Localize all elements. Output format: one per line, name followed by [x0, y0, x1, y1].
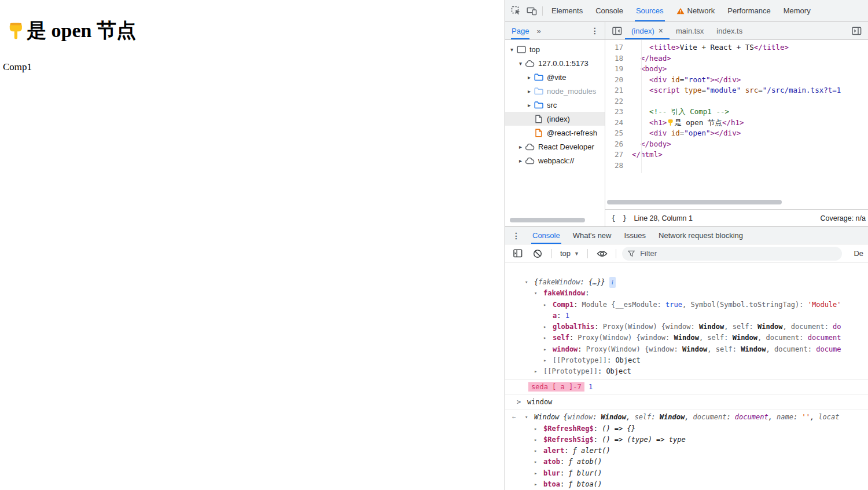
log-levels-select[interactable]: De — [854, 249, 863, 258]
code-line-content[interactable]: <div id="open"></div> — [632, 128, 868, 139]
console-sidebar-icon[interactable] — [510, 246, 526, 261]
tree-item-react-refresh[interactable]: @react-refresh — [505, 126, 605, 140]
caret-right-icon[interactable]: ▸ — [534, 366, 537, 377]
navigator-menu-icon[interactable]: ⋮ — [591, 26, 599, 35]
open-file-icon[interactable] — [848, 23, 865, 38]
code-token: "open" — [684, 129, 710, 137]
devtools-tab-memory[interactable]: Memory — [777, 0, 817, 21]
navigator-horizontal-scrollbar[interactable] — [510, 218, 585, 222]
caret-right-icon[interactable]: ▸ — [534, 445, 537, 456]
tree-item-index[interactable]: (index) — [505, 112, 605, 126]
code-line-content[interactable]: </html> — [632, 149, 868, 160]
caret-right-icon[interactable]: ▸ — [534, 423, 537, 434]
caret-right-icon[interactable]: ▸ — [543, 344, 546, 355]
more-tabs-icon[interactable]: » — [536, 27, 539, 35]
code-line-content[interactable] — [632, 96, 868, 107]
drawer-tab-issues[interactable]: Issues — [618, 227, 653, 244]
caret-right-icon[interactable]: ▸ — [534, 434, 537, 445]
caret-right-icon[interactable]: ▸ — [543, 332, 546, 343]
line-number[interactable]: 24 — [605, 118, 632, 129]
line-number[interactable]: 19 — [605, 64, 632, 75]
line-number[interactable]: 26 — [605, 139, 632, 150]
editor-horizontal-scrollbar[interactable] — [607, 200, 782, 204]
divider — [542, 6, 543, 16]
caret-down-icon[interactable]: ▾ — [517, 60, 524, 67]
caret-right-icon[interactable]: ▸ — [525, 88, 533, 94]
console-row: a: 1 — [505, 310, 868, 321]
tree-item-127-0-0-1-5173[interactable]: ▾127.0.0.1:5173 — [505, 56, 605, 70]
inspect-element-icon[interactable] — [507, 3, 524, 19]
drawer-tab-network-request-blocking[interactable]: Network request blocking — [652, 227, 749, 244]
code-line-content[interactable] — [632, 160, 868, 171]
line-number[interactable]: 27 — [605, 149, 632, 160]
devtools-tab-elements[interactable]: Elements — [545, 0, 589, 21]
devtools-tab-console[interactable]: Console — [589, 0, 630, 21]
code-line-content[interactable]: <h1>是 open 节点</h1> — [632, 118, 868, 129]
line-number[interactable]: 20 — [605, 75, 632, 86]
tree-item-webpack[interactable]: ▸webpack:// — [505, 153, 605, 167]
code-line-content[interactable]: <div id="root"></div> — [632, 75, 868, 86]
caret-right-icon[interactable]: ▸ — [534, 456, 537, 467]
line-number[interactable]: 21 — [605, 85, 632, 96]
code-line-content[interactable]: </head> — [632, 53, 868, 64]
console-filter[interactable] — [622, 247, 842, 261]
tree-item-node-modules[interactable]: ▸node_modules — [505, 84, 605, 98]
caret-right-icon[interactable]: ▸ — [517, 158, 524, 164]
line-number[interactable]: 25 — [605, 128, 632, 139]
pretty-print-icon[interactable]: { } — [611, 214, 628, 222]
line-number[interactable]: 22 — [605, 96, 632, 107]
tree-item-react-developer[interactable]: ▸React Developer — [505, 140, 605, 153]
drawer-tab-console[interactable]: Console — [526, 227, 567, 244]
line-number[interactable]: 18 — [605, 53, 632, 64]
console-token: document — [808, 334, 841, 342]
devtools-tab-network[interactable]: Network — [670, 0, 722, 21]
devtools-tab-performance[interactable]: Performance — [721, 0, 777, 21]
caret-down-icon[interactable]: ▾ — [525, 277, 528, 288]
tree-item-vite[interactable]: ▸@vite — [505, 70, 605, 84]
clear-console-icon[interactable] — [529, 246, 546, 261]
code-line-content[interactable]: <script type="module" src="/src/main.tsx… — [632, 85, 868, 96]
caret-right-icon[interactable]: ▸ — [517, 144, 524, 150]
line-number[interactable]: 17 — [605, 42, 632, 53]
caret-right-icon[interactable]: ▸ — [543, 355, 546, 366]
console-input-echo[interactable]: >window — [505, 397, 868, 408]
devtools-tab-sources[interactable]: Sources — [630, 0, 670, 21]
code-line-content[interactable]: </body> — [632, 139, 868, 150]
live-expression-eye-icon[interactable] — [594, 246, 610, 261]
file-tab-index-ts[interactable]: index.ts — [710, 22, 749, 39]
code-line-content[interactable]: <!-- 引入 Comp1 --> — [632, 107, 868, 118]
console-token: Window — [601, 413, 626, 421]
javascript-context-select[interactable]: top ▼ — [558, 249, 582, 258]
caret-right-icon[interactable]: ▸ — [543, 299, 546, 310]
file-tab-main-tsx[interactable]: main.tsx — [670, 22, 710, 39]
file-tab-index[interactable]: (index)× — [625, 22, 670, 39]
console-row: ▸$RefreshSig$: () => (type) => type — [505, 434, 868, 445]
console-filter-input[interactable] — [639, 248, 836, 258]
navigator-tab-page[interactable]: Page — [511, 22, 529, 39]
drawer-menu-icon[interactable]: ⋮ — [512, 231, 520, 240]
caret-right-icon[interactable]: ▸ — [525, 74, 533, 81]
line-number[interactable]: 28 — [605, 160, 632, 171]
tree-item-src[interactable]: ▸src — [505, 98, 605, 112]
close-tab-icon[interactable]: × — [659, 27, 663, 35]
device-toolbar-icon[interactable] — [524, 3, 540, 19]
caret-down-icon[interactable]: ▾ — [534, 288, 537, 299]
tree-item-label: top — [529, 45, 540, 54]
code-token: id — [671, 75, 680, 84]
line-number[interactable]: 23 — [605, 107, 632, 118]
code-line-content[interactable]: <body> — [632, 64, 868, 75]
code-line-content[interactable]: <title>Vite + React + TS</title> — [632, 42, 868, 53]
caret-down-icon[interactable]: ▾ — [508, 46, 516, 53]
caret-right-icon[interactable]: ▸ — [534, 468, 537, 479]
caret-down-icon[interactable]: ▾ — [525, 412, 528, 423]
caret-right-icon[interactable]: ▸ — [525, 102, 533, 108]
caret-right-icon[interactable]: ▸ — [543, 321, 546, 332]
drawer-tab-what-s-new[interactable]: What's new — [567, 227, 618, 244]
hide-navigator-icon[interactable] — [609, 23, 625, 38]
tree-item-top[interactable]: ▾top — [505, 42, 605, 56]
caret-right-icon[interactable]: ▸ — [534, 479, 537, 489]
cloud-icon — [525, 142, 535, 151]
console-row-styled: seda [ a ]-7 1 — [505, 382, 868, 393]
code-editor[interactable]: 17 <title>Vite + React + TS</title>18 </… — [605, 40, 868, 209]
info-badge[interactable]: i — [609, 277, 616, 288]
